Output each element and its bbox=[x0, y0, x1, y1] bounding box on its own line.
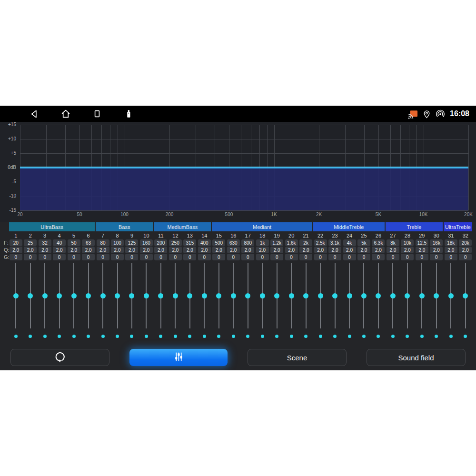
band-slider[interactable] bbox=[96, 263, 110, 328]
band-slider-knob[interactable] bbox=[274, 293, 279, 298]
band-slider[interactable] bbox=[226, 263, 240, 328]
band-slider-knob[interactable] bbox=[42, 293, 48, 298]
band-slider[interactable] bbox=[386, 263, 400, 328]
band-slider-knob[interactable] bbox=[419, 293, 425, 298]
band-q-value: 2.0 bbox=[314, 247, 327, 253]
band-f-value: 40 bbox=[53, 239, 66, 246]
band-slider[interactable] bbox=[342, 263, 357, 328]
band-slider-knob[interactable] bbox=[463, 293, 468, 298]
band-g-value: 0 bbox=[53, 254, 66, 260]
band-slider-knob[interactable] bbox=[303, 293, 308, 298]
band-q-value: 2.0 bbox=[445, 247, 457, 253]
band-number: 31 bbox=[448, 233, 454, 238]
band-slider-knob[interactable] bbox=[260, 293, 265, 298]
sound-field-button[interactable]: Sound field bbox=[367, 349, 466, 366]
band-g-value: 0 bbox=[445, 254, 457, 260]
band-slider-knob[interactable] bbox=[86, 293, 91, 298]
band-slider[interactable] bbox=[298, 263, 313, 328]
band-q-value: 2.0 bbox=[24, 247, 37, 253]
band-slider[interactable] bbox=[67, 263, 81, 328]
band-slider-knob[interactable] bbox=[13, 293, 19, 298]
band-slider[interactable] bbox=[458, 263, 473, 328]
band-slider-knob[interactable] bbox=[187, 293, 192, 298]
band-indicator-dot bbox=[101, 335, 105, 338]
band-slider-knob[interactable] bbox=[71, 293, 77, 298]
band-slider-knob[interactable] bbox=[144, 293, 149, 298]
band-slider-knob[interactable] bbox=[245, 293, 250, 298]
status-time: 16:08 bbox=[450, 109, 469, 118]
band-indicator-dot bbox=[174, 335, 177, 338]
band-slider-knob[interactable] bbox=[173, 293, 178, 298]
band-slider[interactable] bbox=[415, 263, 429, 328]
band-slider-knob[interactable] bbox=[434, 293, 439, 298]
band-slider[interactable] bbox=[139, 263, 153, 328]
band-slider[interactable] bbox=[81, 263, 95, 328]
band-slider-knob[interactable] bbox=[202, 293, 207, 298]
band-slider-knob[interactable] bbox=[390, 293, 396, 298]
band-slider[interactable] bbox=[154, 263, 168, 328]
band-f-value: 1.2k bbox=[270, 239, 283, 246]
band-slider-knob[interactable] bbox=[448, 293, 454, 298]
band-slider-knob[interactable] bbox=[115, 293, 120, 298]
band-slider[interactable] bbox=[197, 263, 211, 328]
band-slider[interactable] bbox=[23, 263, 37, 328]
band-slider[interactable] bbox=[313, 263, 327, 328]
band-slider-knob[interactable] bbox=[158, 293, 163, 298]
band-slider-knob[interactable] bbox=[100, 293, 106, 298]
band-slider[interactable] bbox=[52, 263, 66, 328]
band-f-value: 2k bbox=[299, 239, 312, 246]
band-indicator-dot bbox=[232, 335, 235, 338]
recents-icon[interactable] bbox=[91, 108, 103, 119]
band-number: 20 bbox=[288, 233, 294, 238]
band-q-value: 2.0 bbox=[241, 247, 254, 253]
band-slider[interactable] bbox=[110, 263, 124, 328]
band-indicator-dot bbox=[29, 335, 32, 338]
band-number: 24 bbox=[347, 233, 352, 238]
band-slider[interactable] bbox=[284, 263, 298, 328]
scene-button[interactable]: Scene bbox=[248, 349, 347, 366]
band-indicator-dot bbox=[464, 335, 467, 338]
band-slider[interactable] bbox=[400, 263, 415, 328]
band-slider-knob[interactable] bbox=[347, 293, 352, 298]
band-slider[interactable] bbox=[371, 263, 386, 328]
band-number: 26 bbox=[376, 233, 381, 238]
band-slider[interactable] bbox=[241, 263, 255, 328]
reset-button[interactable] bbox=[10, 349, 109, 366]
home-icon[interactable] bbox=[60, 108, 71, 119]
plot-area bbox=[20, 125, 468, 210]
band-slider-knob[interactable] bbox=[129, 293, 134, 298]
band-slider-knob[interactable] bbox=[216, 293, 221, 298]
band-slider[interactable] bbox=[9, 263, 23, 328]
band-slider-knob[interactable] bbox=[376, 293, 381, 298]
band-g-value: 0 bbox=[241, 254, 254, 260]
band-slider[interactable] bbox=[357, 263, 371, 328]
band-slider[interactable] bbox=[255, 263, 269, 328]
band-slider-knob[interactable] bbox=[28, 293, 33, 298]
band-slider[interactable] bbox=[327, 263, 342, 328]
band-slider[interactable] bbox=[38, 263, 52, 328]
band-slider[interactable] bbox=[183, 263, 197, 328]
band-q-value: 2.0 bbox=[169, 247, 182, 253]
band-g-value: 0 bbox=[328, 254, 341, 260]
band-slider-knob[interactable] bbox=[332, 293, 337, 298]
band-number: 21 bbox=[303, 233, 308, 238]
band-q-value: 2.0 bbox=[125, 247, 138, 253]
back-icon[interactable] bbox=[29, 108, 40, 119]
band-slider[interactable] bbox=[269, 263, 284, 328]
y-tick-label: -10 bbox=[10, 193, 16, 198]
y-tick-label: +10 bbox=[8, 136, 16, 141]
band-slider[interactable] bbox=[212, 263, 226, 328]
equalizer-button[interactable] bbox=[129, 349, 228, 366]
band-number: 19 bbox=[274, 233, 280, 238]
band-slider[interactable] bbox=[429, 263, 444, 328]
band-slider-knob[interactable] bbox=[289, 293, 294, 298]
band-slider-knob[interactable] bbox=[361, 293, 367, 298]
band-slider[interactable] bbox=[168, 263, 182, 328]
band-slider[interactable] bbox=[125, 263, 139, 328]
band-slider-knob[interactable] bbox=[405, 293, 410, 298]
band-slider[interactable] bbox=[444, 263, 458, 328]
band-slider-knob[interactable] bbox=[57, 293, 62, 298]
band-slider-knob[interactable] bbox=[231, 293, 236, 298]
band-f-value: 63 bbox=[82, 239, 95, 246]
band-slider-knob[interactable] bbox=[318, 293, 323, 298]
